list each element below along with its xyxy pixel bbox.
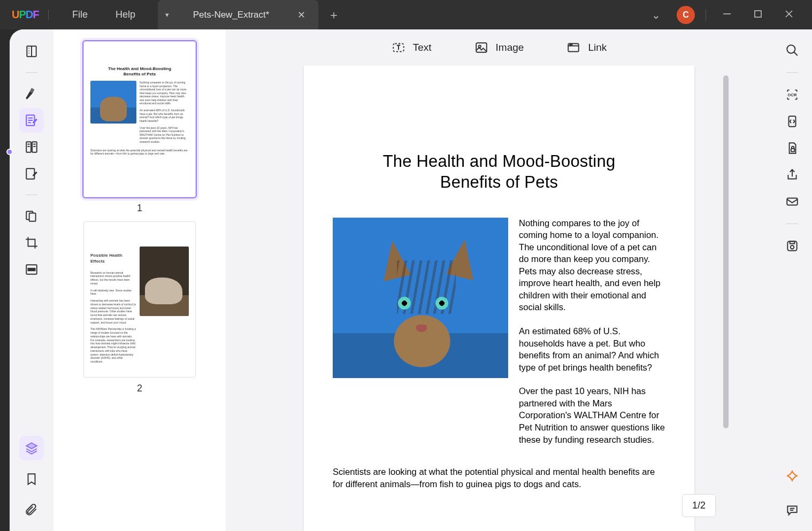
sign-tool[interactable] [19, 161, 44, 186]
reader-tool[interactable] [19, 39, 44, 64]
save-button[interactable] [780, 234, 805, 258]
share-button[interactable] [780, 163, 805, 187]
cat-nose-icon [416, 325, 427, 332]
thumb-title: The Health and Mood-BoostingBenefits of … [90, 66, 189, 76]
document-page[interactable]: The Health and Mood-BoostingBenefits of … [304, 66, 694, 531]
chevron-down-icon[interactable]: ⌄ [646, 6, 666, 24]
rail-bottom [19, 436, 44, 522]
paragraph-2[interactable]: An estimated 68% of U.S. households have… [519, 326, 665, 374]
edit-text-button[interactable]: Text [392, 41, 432, 55]
svg-line-28 [794, 52, 798, 56]
search-button[interactable] [780, 38, 805, 63]
thumbnail-panel: The Health and Mood-BoostingBenefits of … [53, 29, 226, 531]
thumb-image-icon [90, 81, 136, 124]
comments-button[interactable] [780, 498, 805, 522]
maximize-button[interactable] [748, 7, 768, 23]
logo-p: P [19, 9, 25, 20]
redact-tool[interactable] [19, 257, 44, 282]
workspace: The Health and Mood-BoostingBenefits of … [10, 29, 812, 531]
highlighter-tool[interactable] [19, 81, 44, 106]
document-text-column: Nothing compares to the joy of coming ho… [519, 218, 665, 447]
paragraph-3[interactable]: Over the past 10 years, NIH has partnere… [519, 386, 665, 446]
svg-point-34 [791, 245, 794, 249]
paragraph-1[interactable]: Nothing compares to the joy of coming ho… [519, 218, 665, 314]
cat-eye-icon [435, 297, 448, 310]
scrollbar-handle[interactable] [723, 75, 729, 428]
avatar-initial: C [683, 10, 689, 20]
app-logo: UPDF [12, 9, 39, 21]
logo-f: F [33, 9, 39, 20]
thumb-footer: Scientists are looking at what the poten… [90, 149, 189, 155]
ai-button[interactable] [780, 465, 805, 489]
edit-image-button[interactable]: Image [474, 41, 524, 55]
tab-caret-icon[interactable]: ▾ [165, 11, 169, 19]
document-image[interactable] [333, 218, 508, 378]
viewer: Text Image Link The Health and Mood-Boos… [226, 29, 772, 531]
svg-rect-9 [26, 142, 31, 152]
logo-d: D [26, 9, 33, 20]
svg-point-27 [787, 45, 795, 53]
left-tool-rail [10, 29, 53, 531]
rail-separator-2 [786, 224, 798, 224]
minimize-button[interactable] [717, 7, 737, 23]
thumb2-image-icon [140, 247, 189, 316]
rail-separator [786, 72, 798, 73]
crop-tool[interactable] [19, 230, 44, 255]
svg-point-26 [571, 44, 572, 45]
svg-text:OCR: OCR [788, 93, 797, 97]
rail-separator [26, 72, 37, 73]
thumbnail-2-number: 2 [137, 383, 142, 394]
edit-tool[interactable] [19, 108, 44, 133]
svg-rect-31 [791, 149, 795, 151]
svg-rect-35 [790, 241, 795, 243]
svg-rect-21 [476, 43, 487, 52]
right-rail-bottom [780, 465, 805, 522]
logo-u: U [12, 9, 19, 20]
attach-tool[interactable] [19, 498, 44, 522]
close-button[interactable] [779, 7, 799, 23]
bookmark-tool[interactable] [19, 467, 44, 491]
cat-eye-icon [398, 297, 411, 310]
avatar[interactable]: C [677, 6, 695, 24]
tab-close-button[interactable]: ✕ [293, 7, 310, 23]
ocr-button[interactable]: OCR [780, 82, 805, 107]
svg-rect-1 [755, 11, 761, 17]
new-tab-button[interactable]: ＋ [318, 7, 349, 23]
rail-indicator-dot [6, 149, 13, 155]
email-button[interactable] [780, 189, 805, 214]
page-counter[interactable]: 1/2 [682, 494, 716, 517]
menu-help[interactable]: Help [102, 9, 149, 20]
convert-button[interactable] [780, 109, 805, 134]
thumb2-heading: Possible Health Effects [90, 253, 136, 265]
svg-rect-10 [32, 142, 37, 152]
menu-file[interactable]: File [58, 9, 102, 20]
thumb-text: Nothing compares to the joy of coming ho… [140, 81, 189, 143]
svg-rect-19 [28, 268, 35, 271]
edit-toolbar: Text Image Link [226, 29, 772, 66]
scrollbar[interactable] [723, 75, 729, 492]
document-tab[interactable]: ▾ Pets-New_Extract* ✕ [158, 0, 318, 29]
form-tool[interactable] [19, 135, 44, 159]
protect-button[interactable] [780, 136, 805, 160]
svg-rect-17 [29, 213, 36, 221]
title-separator [706, 9, 706, 21]
edit-link-label: Link [588, 42, 607, 53]
edit-link-button[interactable]: Link [566, 41, 607, 55]
right-tool-rail: OCR [772, 29, 812, 531]
edit-text-label: Text [413, 42, 432, 53]
menu-separator [48, 10, 49, 20]
document-footer-paragraph[interactable]: Scientists are looking at what the poten… [333, 466, 665, 490]
svg-rect-32 [787, 198, 798, 205]
rail-separator-2 [26, 195, 37, 195]
thumbnail-2-wrap: Possible Health Effects Research on huma… [70, 221, 210, 394]
svg-rect-15 [26, 168, 34, 179]
titlebar: UPDF File Help ▾ Pets-New_Extract* ✕ ＋ ⌄… [0, 0, 812, 29]
page-area[interactable]: The Health and Mood-BoostingBenefits of … [226, 66, 772, 531]
thumbnail-page-2[interactable]: Possible Health Effects Research on huma… [83, 221, 196, 378]
organize-tool[interactable] [19, 204, 44, 228]
thumbnail-1-wrap: The Health and Mood-BoostingBenefits of … [70, 41, 210, 214]
layers-tool[interactable] [19, 436, 44, 460]
tab-label: Pets-New_Extract* [177, 10, 286, 20]
document-title: The Health and Mood-BoostingBenefits of … [333, 151, 665, 193]
thumbnail-page-1[interactable]: The Health and Mood-BoostingBenefits of … [83, 41, 196, 197]
